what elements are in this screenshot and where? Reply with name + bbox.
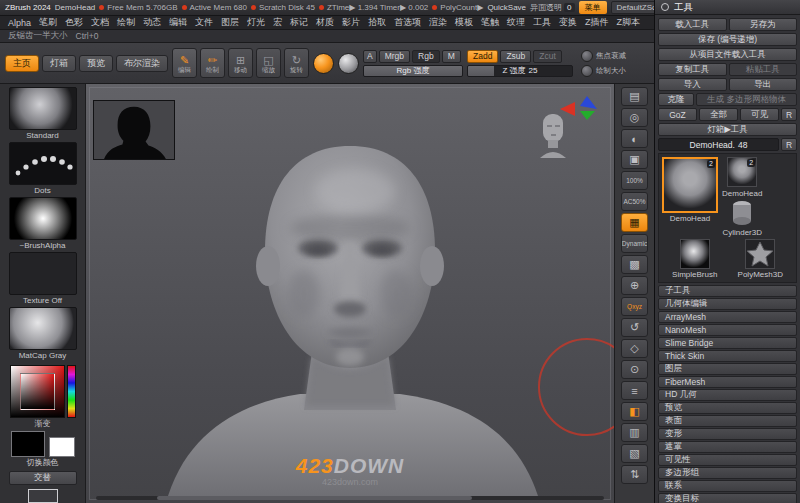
pan-icon[interactable]: ◎ — [621, 108, 648, 127]
menu-item[interactable]: 模板 — [451, 16, 477, 29]
scale-mode-button[interactable]: ◱ 缩放 — [256, 48, 281, 78]
menu-item[interactable]: 影片 — [338, 16, 364, 29]
goz-all-button[interactable]: 全部 — [699, 108, 738, 121]
tool-section-header[interactable]: Slime Bridge — [658, 337, 797, 349]
document-canvas[interactable]: 423DOWN 423down.com — [86, 84, 614, 503]
zsub-button[interactable]: Zsub — [500, 50, 531, 63]
secondary-color-swatch[interactable] — [49, 437, 75, 457]
menu-item[interactable]: Z脚本 — [613, 16, 645, 29]
tool-section-header[interactable]: HD 几何 — [658, 389, 797, 401]
load-from-project-button[interactable]: 从项目文件载入工具 — [658, 48, 797, 61]
menu-item[interactable]: 图层 — [217, 16, 243, 29]
load-tool-button[interactable]: 载入工具 — [658, 18, 727, 31]
cylinder3d-thumbnail[interactable] — [730, 200, 754, 226]
tool-section-header[interactable]: NanoMesh — [658, 324, 797, 336]
zoom-icon[interactable]: ◐ — [621, 129, 648, 148]
menu-item[interactable]: 动态 — [139, 16, 165, 29]
tab-home[interactable]: 主页 — [5, 55, 39, 72]
goz-r-button[interactable]: R — [781, 108, 797, 121]
menu-item[interactable]: 工具 — [529, 16, 555, 29]
menu-item[interactable]: Z插件 — [581, 16, 613, 29]
active-tool-slider[interactable]: DemoHead.48 — [658, 138, 779, 151]
floor-grid-button[interactable]: ▩ — [621, 255, 648, 274]
stroke-thumbnail[interactable] — [9, 142, 77, 185]
menu-item[interactable]: 色彩 — [61, 16, 87, 29]
copy-tool-button[interactable]: 复制工具 — [658, 63, 727, 76]
main-color-swatch[interactable] — [11, 431, 45, 457]
tool-section-header[interactable]: 可见性 — [658, 454, 797, 466]
menu-item[interactable]: 笔触 — [477, 16, 503, 29]
alpha-channel-button[interactable]: A — [363, 50, 377, 63]
tool-section-header[interactable]: ArrayMesh — [658, 311, 797, 323]
active-tool-thumbnail[interactable]: 2 — [662, 157, 718, 213]
paste-tool-button[interactable]: 粘贴工具 — [729, 63, 798, 76]
import-button[interactable]: 导入 — [658, 78, 727, 91]
sculpted-head-model[interactable] — [150, 116, 550, 496]
color-picker[interactable] — [10, 365, 76, 418]
scrollbar-thumb[interactable] — [157, 496, 472, 500]
actual-size-button[interactable]: ▣ — [621, 150, 648, 169]
menu-item[interactable]: 编辑 — [165, 16, 191, 29]
tool-section-header[interactable]: 变形 — [658, 428, 797, 440]
swap-color-label[interactable]: 切换颜色 — [27, 458, 59, 468]
tool-section-header[interactable]: 图层 — [658, 363, 797, 375]
camera-head-preview[interactable] — [536, 112, 570, 160]
menu-item[interactable]: 渲染 — [425, 16, 451, 29]
edit-mode-button[interactable]: ✎ 编辑 — [172, 48, 197, 78]
tool-section-header[interactable]: 子工具 — [658, 285, 797, 297]
simplebrush-thumbnail[interactable] — [680, 239, 710, 269]
aa-half-button[interactable]: AC50% — [621, 192, 648, 211]
tool-palette-header[interactable]: 工具 — [655, 0, 800, 15]
menu-item[interactable]: 笔刷 — [35, 16, 61, 29]
tool-r-button[interactable]: R — [781, 138, 797, 151]
material-sphere-button[interactable] — [338, 53, 359, 74]
perspective-button[interactable]: ▦ — [621, 213, 648, 232]
mrgb-button[interactable]: Mrgb — [379, 50, 410, 63]
gradient-label[interactable]: 渐变 — [35, 419, 51, 429]
lightbox-tool-button[interactable]: 灯箱▶工具 — [658, 123, 797, 136]
rgb-button[interactable]: Rgb — [412, 50, 440, 63]
tool-section-header[interactable]: FiberMesh — [658, 376, 797, 388]
goz-button[interactable]: GoZ — [658, 108, 697, 121]
xpose-button[interactable]: ▥ — [621, 423, 648, 442]
zcut-button[interactable]: Zcut — [533, 50, 562, 63]
move-mode-button[interactable]: ⊞ 移动 — [228, 48, 253, 78]
texture-thumbnail[interactable] — [9, 252, 77, 295]
menu-item[interactable]: 文档 — [87, 16, 113, 29]
export-button[interactable]: 导出 — [729, 78, 798, 91]
frame-button[interactable]: ↺ — [621, 318, 648, 337]
polymesh3d-thumbnail[interactable] — [745, 239, 775, 269]
clone-button[interactable]: 克隆 — [658, 93, 694, 106]
rgb-intensity-slider[interactable]: Rgb 强度 — [363, 65, 463, 77]
clip-mask-button[interactable]: ▧ — [621, 444, 648, 463]
dynamic-perspective-button[interactable]: Dynamic — [621, 234, 648, 253]
brush-thumbnail[interactable] — [9, 87, 77, 130]
doc-scroll-button[interactable]: ⇅ — [621, 465, 648, 484]
alternate-button[interactable]: 交替 — [9, 471, 77, 485]
tool-section-header[interactable]: 表面 — [658, 415, 797, 427]
draw-size-control[interactable]: 绘制大小 — [581, 65, 626, 77]
alpha-thumbnail[interactable] — [9, 197, 77, 240]
qxyz-button[interactable]: Qxyz — [621, 297, 648, 316]
menu-item[interactable]: 首选项 — [390, 16, 425, 29]
menu-item[interactable]: 标记 — [286, 16, 312, 29]
empty-texture-slot[interactable] — [28, 489, 58, 503]
zadd-button[interactable]: Zadd — [467, 50, 498, 63]
stroke-color-circle-button[interactable] — [313, 53, 334, 74]
rotate-mode-button[interactable]: ↻ 旋转 — [284, 48, 309, 78]
hue-strip[interactable] — [67, 365, 76, 418]
menu-item[interactable]: 变换 — [555, 16, 581, 29]
goz-visible-button[interactable]: 可见 — [740, 108, 779, 121]
z-intensity-slider[interactable]: Z 强度25 — [467, 65, 573, 77]
menu-button[interactable]: 菜单 — [579, 1, 607, 14]
menu-item[interactable]: 宏 — [269, 16, 286, 29]
save-incremental-button[interactable]: 保存 (编号递增) — [658, 33, 797, 46]
polyframe-button[interactable]: ◇ — [621, 339, 648, 358]
material-thumbnail[interactable] — [9, 307, 77, 350]
focal-shift-control[interactable]: 焦点衰减 — [581, 50, 626, 62]
tool-section-header[interactable]: 几何体编辑 — [658, 298, 797, 310]
tool-section-header[interactable]: 变换目标 — [658, 493, 797, 503]
tool-section-header[interactable]: 多边形组 — [658, 467, 797, 479]
m-button[interactable]: M — [442, 50, 461, 63]
inner-picker-square[interactable] — [20, 373, 55, 410]
